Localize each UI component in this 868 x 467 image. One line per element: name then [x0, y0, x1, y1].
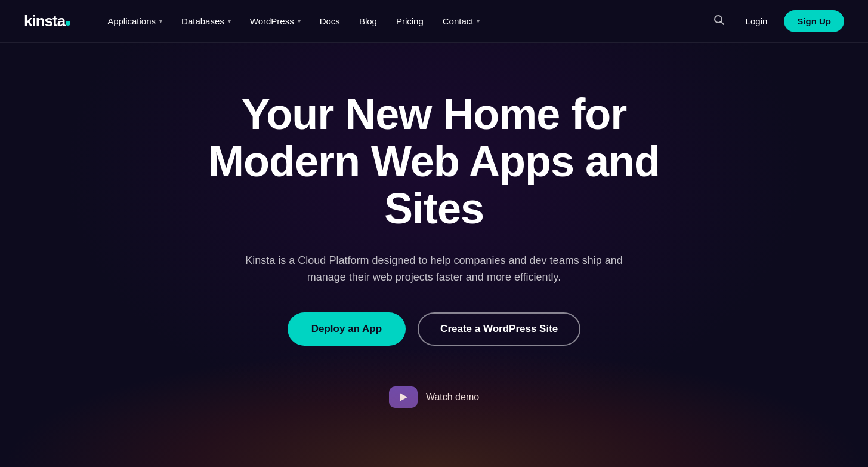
- nav-links: Applications ▾ Databases ▾ WordPress ▾ D…: [99, 11, 708, 31]
- hero-buttons: Deploy an App Create a WordPress Site: [288, 312, 581, 346]
- watch-demo-label: Watch demo: [426, 392, 479, 403]
- nav-item-wordpress[interactable]: WordPress ▾: [242, 11, 309, 31]
- nav-item-applications[interactable]: Applications ▾: [99, 11, 171, 31]
- chevron-down-icon: ▾: [159, 18, 162, 24]
- nav-item-databases[interactable]: Databases ▾: [173, 11, 239, 31]
- create-wordpress-button[interactable]: Create a WordPress Site: [418, 312, 580, 346]
- svg-line-1: [721, 22, 724, 25]
- logo[interactable]: kinsta: [24, 12, 70, 30]
- nav-item-docs[interactable]: Docs: [311, 11, 348, 31]
- main-nav: kinsta Applications ▾ Databases ▾ WordPr…: [0, 0, 868, 43]
- watch-demo-button[interactable]: Watch demo: [389, 386, 479, 408]
- search-icon[interactable]: [709, 10, 729, 33]
- signup-button[interactable]: Sign Up: [784, 10, 844, 32]
- hero-subtitle: Kinsta is a Cloud Platform designed to h…: [243, 252, 625, 287]
- chevron-down-icon: ▾: [298, 18, 301, 24]
- nav-item-contact[interactable]: Contact ▾: [434, 11, 489, 31]
- chevron-down-icon: ▾: [477, 18, 480, 24]
- hero-title: Your New Home for Modern Web Apps and Si…: [202, 91, 667, 233]
- login-button[interactable]: Login: [739, 11, 775, 31]
- chevron-down-icon: ▾: [228, 18, 231, 24]
- hero-section: Your New Home for Modern Web Apps and Si…: [0, 43, 868, 467]
- nav-item-pricing[interactable]: Pricing: [388, 11, 432, 31]
- nav-actions: Login Sign Up: [709, 10, 844, 33]
- play-icon: [389, 386, 418, 408]
- nav-item-blog[interactable]: Blog: [351, 11, 385, 31]
- deploy-app-button[interactable]: Deploy an App: [288, 312, 406, 346]
